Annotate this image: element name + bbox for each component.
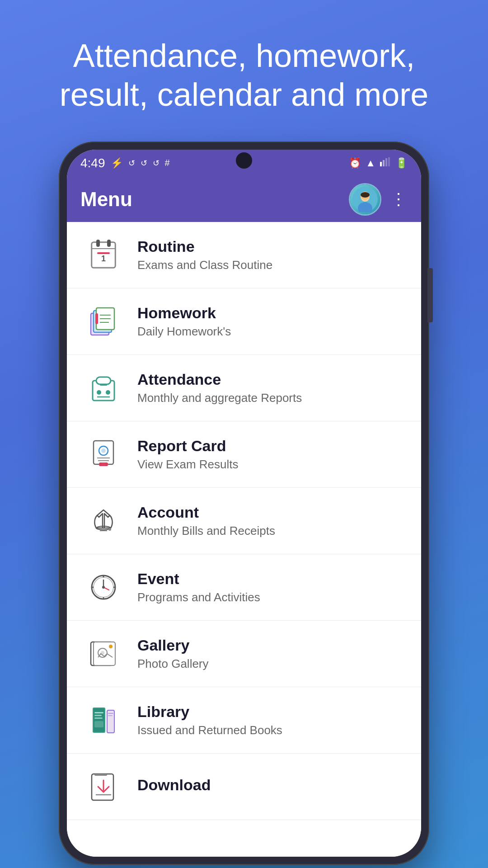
- attendance-icon: [83, 368, 124, 408]
- gallery-title: Gallery: [137, 637, 209, 654]
- routine-text: Routine Exams and Class Routine: [137, 238, 272, 272]
- menu-item-homework[interactable]: Homework Daily Homework's: [67, 288, 421, 355]
- report-card-icon: [83, 434, 124, 475]
- svg-point-45: [102, 586, 105, 589]
- download-text: Download: [137, 776, 211, 797]
- library-subtitle: Issued and Returned Books: [137, 723, 282, 737]
- report-card-title: Report Card: [137, 437, 239, 455]
- headline: Attendance, homework, result, calendar a…: [0, 36, 488, 114]
- menu-item-gallery[interactable]: Gallery Photo Gallery: [67, 621, 421, 687]
- svg-rect-24: [96, 377, 111, 384]
- account-subtitle: Monthly Bills and Receipts: [137, 524, 275, 538]
- account-text: Account Monthly Bills and Receipts: [137, 504, 275, 538]
- svg-rect-0: [380, 162, 382, 166]
- svg-rect-56: [94, 712, 103, 713]
- sync-icon-3: ↺: [153, 158, 160, 168]
- svg-rect-1: [383, 160, 385, 166]
- svg-rect-63: [92, 774, 113, 800]
- svg-point-53: [109, 645, 113, 648]
- camera-notch: [236, 152, 252, 169]
- svg-rect-3: [388, 157, 390, 166]
- library-icon: [83, 700, 124, 741]
- library-title: Library: [137, 703, 282, 721]
- slack-icon: #: [165, 158, 170, 168]
- homework-subtitle: Daily Homework's: [137, 325, 231, 339]
- svg-point-39: [108, 528, 111, 531]
- svg-rect-64: [94, 774, 107, 776]
- svg-rect-22: [95, 313, 98, 324]
- gallery-subtitle: Photo Gallery: [137, 657, 209, 671]
- svg-rect-58: [94, 717, 103, 719]
- phone-screen: 4:49 ⚡ ↺ ↺ ↺ # ⏰ ▲ 🔋: [67, 150, 421, 857]
- avatar-image: [350, 184, 380, 214]
- routine-icon: 1: [83, 235, 124, 275]
- routine-title: Routine: [137, 238, 272, 255]
- menu-item-report-card[interactable]: Report Card View Exam Results: [67, 421, 421, 488]
- app-bar: Menu ⋮: [67, 177, 421, 222]
- account-title: Account: [137, 504, 275, 521]
- event-title: Event: [137, 570, 260, 588]
- svg-rect-57: [94, 715, 102, 716]
- sync-icon-1: ↺: [128, 158, 135, 168]
- status-time: 4:49: [80, 156, 105, 170]
- event-icon: [83, 567, 124, 608]
- homework-title: Homework: [137, 304, 231, 322]
- svg-rect-62: [108, 715, 113, 716]
- avatar[interactable]: [349, 183, 381, 216]
- attendance-subtitle: Monthly and aggregate Reports: [137, 391, 302, 405]
- library-text: Library Issued and Returned Books: [137, 703, 282, 737]
- svg-point-8: [361, 192, 370, 198]
- report-card-text: Report Card View Exam Results: [137, 437, 239, 472]
- svg-rect-12: [96, 240, 100, 247]
- svg-point-31: [101, 448, 106, 453]
- svg-rect-15: [97, 252, 110, 254]
- phone-frame: 4:49 ⚡ ↺ ↺ ↺ # ⏰ ▲ 🔋: [59, 142, 429, 865]
- battery-charging-icon: ⚡: [111, 157, 123, 169]
- svg-text:1: 1: [101, 254, 106, 263]
- battery-icon: 🔋: [395, 157, 408, 169]
- attendance-title: Attendance: [137, 371, 302, 388]
- gallery-text: Gallery Photo Gallery: [137, 637, 209, 671]
- svg-rect-55: [94, 708, 104, 732]
- app-bar-actions: ⋮: [349, 183, 408, 216]
- event-text: Event Programs and Activities: [137, 570, 260, 604]
- download-title: Download: [137, 776, 211, 794]
- more-options-icon[interactable]: ⋮: [390, 190, 408, 209]
- menu-item-download[interactable]: Download: [67, 754, 421, 820]
- routine-subtitle: Exams and Class Routine: [137, 258, 272, 272]
- svg-rect-59: [94, 721, 103, 727]
- svg-rect-61: [108, 713, 113, 714]
- svg-rect-34: [99, 462, 108, 466]
- homework-text: Homework Daily Homework's: [137, 304, 231, 339]
- event-subtitle: Programs and Activities: [137, 590, 260, 604]
- svg-rect-2: [385, 158, 387, 166]
- menu-item-library[interactable]: Library Issued and Returned Books: [67, 687, 421, 754]
- side-button: [427, 268, 433, 322]
- app-bar-title: Menu: [80, 188, 132, 211]
- gallery-icon: [83, 633, 124, 674]
- menu-item-routine[interactable]: 1 Routine Exams and Class Routine: [67, 222, 421, 288]
- menu-list: 1 Routine Exams and Class Routine: [67, 222, 421, 857]
- signal-icon: [380, 157, 391, 169]
- svg-point-25: [97, 390, 101, 395]
- menu-item-account[interactable]: Account Monthly Bills and Receipts: [67, 488, 421, 554]
- account-icon: [83, 500, 124, 541]
- download-icon: [83, 766, 124, 807]
- svg-point-26: [106, 390, 110, 395]
- report-card-subtitle: View Exam Results: [137, 458, 239, 472]
- alarm-icon: ⏰: [349, 157, 361, 169]
- menu-item-attendance[interactable]: Attendance Monthly and aggregate Reports: [67, 355, 421, 421]
- attendance-text: Attendance Monthly and aggregate Reports: [137, 371, 302, 405]
- homework-icon: [83, 301, 124, 342]
- svg-rect-27: [100, 384, 107, 386]
- status-left: 4:49 ⚡ ↺ ↺ ↺ #: [80, 156, 170, 170]
- sync-icon-2: ↺: [141, 158, 147, 168]
- svg-rect-13: [107, 240, 111, 247]
- status-right-icons: ⏰ ▲ 🔋: [349, 157, 408, 169]
- menu-item-event[interactable]: Event Programs and Activities: [67, 554, 421, 621]
- wifi-icon: ▲: [366, 157, 375, 169]
